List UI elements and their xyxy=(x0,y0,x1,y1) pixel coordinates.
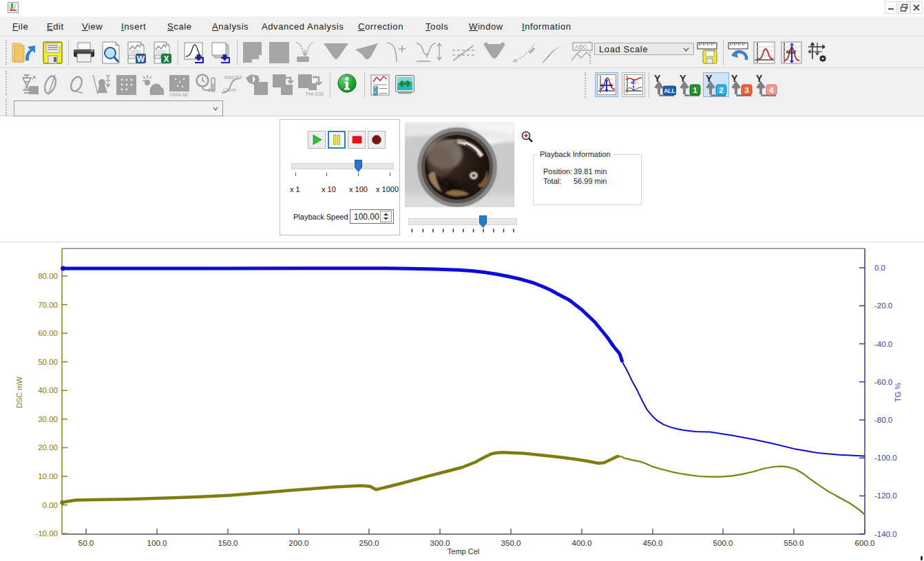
svg-text:80.00: 80.00 xyxy=(38,272,58,280)
svg-text:-60.0: -60.0 xyxy=(874,378,892,386)
svg-text:-40.0: -40.0 xyxy=(874,340,892,348)
svg-text:DMA ΔE: DMA ΔE xyxy=(170,92,189,97)
svg-text:200.0: 200.0 xyxy=(289,539,309,547)
svg-text:2: 2 xyxy=(719,86,723,94)
svg-text:-100.0: -100.0 xyxy=(874,454,897,462)
svg-text:Y: Y xyxy=(425,52,429,59)
svg-text:-120.0: -120.0 xyxy=(874,491,897,500)
svg-text:ABC_: ABC_ xyxy=(575,43,590,50)
svg-text:Curve: Curve xyxy=(223,87,236,92)
svg-text:300.0: 300.0 xyxy=(430,539,450,547)
svg-text:-10.00: -10.00 xyxy=(35,529,58,538)
svg-text:Temp Cel: Temp Cel xyxy=(448,547,479,555)
svg-text:350.0: 350.0 xyxy=(501,539,521,547)
svg-text:70.00: 70.00 xyxy=(38,301,58,309)
svg-text:TM-DSC: TM-DSC xyxy=(305,91,324,96)
svg-text:MAX: MAX xyxy=(786,50,797,54)
svg-text:20.00: 20.00 xyxy=(38,443,58,452)
svg-text:0.00: 0.00 xyxy=(43,501,58,509)
svg-text:150.0: 150.0 xyxy=(218,539,238,547)
svg-text:500.0: 500.0 xyxy=(713,539,733,547)
svg-text:4: 4 xyxy=(769,86,774,94)
svg-text:ALL: ALL xyxy=(664,87,675,94)
svg-text:50.0: 50.0 xyxy=(78,539,94,547)
svg-text:-140.0: -140.0 xyxy=(874,530,897,538)
svg-text:600.0: 600.0 xyxy=(855,539,875,547)
svg-text:0.0: 0.0 xyxy=(874,264,885,272)
svg-text:450.0: 450.0 xyxy=(643,539,663,547)
svg-text:10.00: 10.00 xyxy=(38,472,58,480)
svg-text:550.0: 550.0 xyxy=(784,539,804,547)
svg-text:40.00: 40.00 xyxy=(38,386,58,394)
svg-text:30.00: 30.00 xyxy=(38,415,58,423)
svg-text:W: W xyxy=(137,54,145,64)
svg-text:50.00: 50.00 xyxy=(38,358,58,366)
svg-text:TG %: TG % xyxy=(894,383,902,402)
svg-text:MASTER: MASTER xyxy=(224,75,242,80)
svg-text:X: X xyxy=(163,54,169,64)
svg-text:250.0: 250.0 xyxy=(359,539,379,547)
svg-text:60.00: 60.00 xyxy=(38,329,58,337)
svg-text:1: 1 xyxy=(693,86,697,94)
svg-text:400.0: 400.0 xyxy=(572,539,592,547)
svg-text:DSC mW: DSC mW xyxy=(15,376,23,407)
svg-text:-80.0: -80.0 xyxy=(874,416,892,424)
svg-text:100.0: 100.0 xyxy=(147,539,167,547)
svg-text:-20.0: -20.0 xyxy=(874,301,892,310)
svg-text:3: 3 xyxy=(744,86,748,94)
